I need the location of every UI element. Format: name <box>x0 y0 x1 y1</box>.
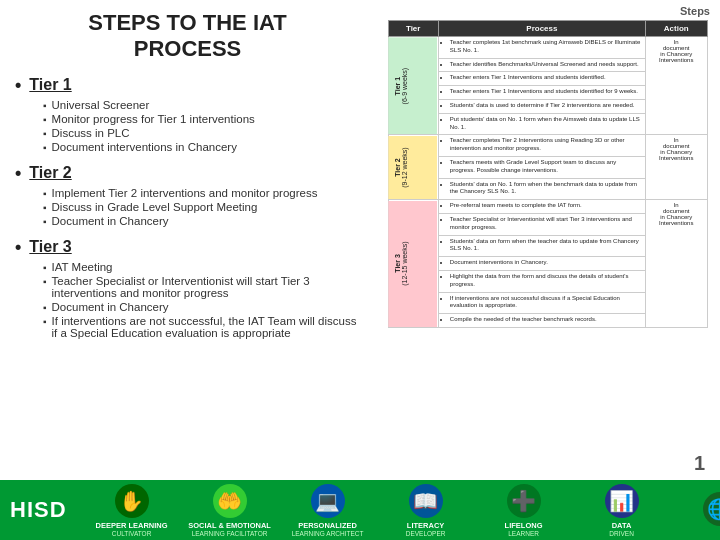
footer: HISD ✋ DEEPER LEARNING CULTIVATOR 🤲 SOCI… <box>0 480 720 540</box>
tier3-process-4: Document interventions in Chancery. <box>438 257 645 271</box>
footer-label-deeper-learning: DEEPER LEARNING <box>96 521 168 530</box>
footer-item-lifelong: ➕ LIFELONG LEARNER <box>479 483 569 537</box>
list-item: IAT Meeting <box>43 261 360 273</box>
footer-item-literacy: 📖 LITERACY DEVELOPER <box>381 483 471 537</box>
tier1-process-5: Students' data is used to determine if T… <box>438 99 645 113</box>
left-panel: STEPS TO THE IAT PROCESS • Tier 1 Univer… <box>0 0 375 540</box>
title-line1: STEPS TO THE IAT <box>88 10 286 35</box>
col-header-action: Action <box>645 21 707 37</box>
title-block: STEPS TO THE IAT PROCESS <box>15 10 360 63</box>
list-item: If interventions are not successful, the… <box>43 315 360 339</box>
footer-sublabel-social-emotional: LEARNING FACILITATOR <box>192 530 268 537</box>
tier2-table-label: Tier 2(9-12 weeks) <box>388 135 438 200</box>
footer-item-personalized: 💻 PERSONALIZED LEARNING ARCHITECT <box>283 483 373 537</box>
footer-logo: HISD <box>10 497 77 523</box>
tier1-process-4: Teacher enters Tier 1 Interventions and … <box>438 86 645 100</box>
list-item: Implement Tier 2 interventions and monit… <box>43 187 360 199</box>
social-emotional-icon: 🤲 <box>212 483 248 519</box>
tier3-process-5: Highlight the data from the form and dis… <box>438 270 645 292</box>
table-row: Tier 3(12-15 weeks) Pre-referral team me… <box>388 200 707 214</box>
tier3-table-label: Tier 3(12-15 weeks) <box>388 200 438 328</box>
footer-label-data-driven: DATA <box>612 521 632 530</box>
tier1-list: Universal Screener Monitor progress for … <box>43 99 360 153</box>
tier1-process-3: Teacher enters Tier 1 Interventions and … <box>438 72 645 86</box>
personalized-learning-icon: 💻 <box>310 483 346 519</box>
tier3-process-7: Compile the needed of the teacher benchm… <box>438 314 645 328</box>
title-line2: PROCESS <box>134 36 242 61</box>
list-item: Teacher Specialist or Interventionist wi… <box>43 275 360 299</box>
steps-table: Tier Process Action Tier 1(6-9 weeks) Te… <box>388 20 708 328</box>
footer-items: ✋ DEEPER LEARNING CULTIVATOR 🤲 SOCIAL & … <box>87 483 720 537</box>
page-number: 1 <box>694 452 705 475</box>
table-row: Tier 2(9-12 weeks) Teacher completes Tie… <box>388 135 707 157</box>
list-item: Monitor progress for Tier 1 intervention… <box>43 113 360 125</box>
literacy-icon: 📖 <box>408 483 444 519</box>
tier3-process-6: If interventions are not successful disc… <box>438 292 645 314</box>
tier3-list: IAT Meeting Teacher Specialist or Interv… <box>43 261 360 339</box>
footer-label-social-emotional: SOCIAL & EMOTIONAL <box>188 521 271 530</box>
list-item: Universal Screener <box>43 99 360 111</box>
tier2-list: Implement Tier 2 interventions and monit… <box>43 187 360 227</box>
list-item: Document in Chancery <box>43 215 360 227</box>
footer-item-data-driven: 📊 DATA DRIVEN <box>577 483 667 537</box>
tier1-table-label: Tier 1(6-9 weeks) <box>388 37 438 135</box>
tier3-heading: • Tier 3 <box>15 237 360 258</box>
tier2-process-3: Students' data on No. 1 form when the be… <box>438 178 645 200</box>
list-item: Document in Chancery <box>43 301 360 313</box>
globe-icon: 🌐 <box>702 491 720 527</box>
tier1-action: Indocumentin ChanceryInterventions <box>645 37 707 135</box>
tier3-action: Indocumentin ChanceryInterventions <box>645 200 707 328</box>
footer-item-globe: 🌐 <box>675 491 720 529</box>
footer-sublabel-literacy: DEVELOPER <box>406 530 446 537</box>
tier2-action: Indocumentin ChanceryInterventions <box>645 135 707 200</box>
tier3-bullet: • <box>15 237 21 258</box>
footer-sublabel-data-driven: DRIVEN <box>609 530 634 537</box>
tier1-process-2: Teacher identifies Benchmarks/Universal … <box>438 58 645 72</box>
tier3-process-1: Pre-referral team meets to complete the … <box>438 200 645 214</box>
footer-sublabel-deeper-learning: CULTIVATOR <box>112 530 152 537</box>
deeper-learning-icon: ✋ <box>114 483 150 519</box>
tier3-section: • Tier 3 IAT Meeting Teacher Specialist … <box>15 237 360 339</box>
footer-item-deeper-learning: ✋ DEEPER LEARNING CULTIVATOR <box>87 483 177 537</box>
tier3-label: Tier 3 <box>29 238 71 256</box>
lifelong-learner-icon: ➕ <box>506 483 542 519</box>
footer-item-social-emotional: 🤲 SOCIAL & EMOTIONAL LEARNING FACILITATO… <box>185 483 275 537</box>
tier3-process-3: Students' data on form when the teacher … <box>438 235 645 257</box>
footer-sublabel-lifelong: LEARNER <box>508 530 539 537</box>
list-item: Discuss in Grade Level Support Meeting <box>43 201 360 213</box>
table-row: Tier 1(6-9 weeks) Teacher completes 1st … <box>388 37 707 59</box>
tier2-bullet: • <box>15 163 21 184</box>
tier2-process-2: Teachers meets with Grade Level Support … <box>438 156 645 178</box>
col-header-process: Process <box>438 21 645 37</box>
hisd-logo-text: HISD <box>10 497 67 523</box>
footer-label-literacy: LITERACY <box>407 521 445 530</box>
right-panel: Steps Tier Process Action Tier 1(6-9 wee… <box>375 0 720 480</box>
footer-sublabel-personalized: LEARNING ARCHITECT <box>292 530 364 537</box>
tier2-label: Tier 2 <box>29 164 71 182</box>
content-list: • Tier 1 Universal Screener Monitor prog… <box>15 75 360 540</box>
tier1-section: • Tier 1 Universal Screener Monitor prog… <box>15 75 360 153</box>
tier2-section: • Tier 2 Implement Tier 2 interventions … <box>15 163 360 227</box>
tier1-process-1: Teacher completes 1st benchmark using Ai… <box>438 37 645 59</box>
list-item: Document interventions in Chancery <box>43 141 360 153</box>
tier1-heading: • Tier 1 <box>15 75 360 96</box>
tier1-bullet: • <box>15 75 21 96</box>
data-driven-icon: 📊 <box>604 483 640 519</box>
list-item: Discuss in PLC <box>43 127 360 139</box>
tier1-process-6: Put students' data on No. 1 form when th… <box>438 113 645 135</box>
tier1-label: Tier 1 <box>29 76 71 94</box>
footer-label-lifelong: LIFELONG <box>505 521 543 530</box>
steps-label: Steps <box>375 0 720 20</box>
col-header-tier: Tier <box>388 21 438 37</box>
page-title: STEPS TO THE IAT PROCESS <box>15 10 360 63</box>
tier3-process-2: Teacher Specialist or Interventionist wi… <box>438 213 645 235</box>
tier2-process-1: Teacher completes Tier 2 Interventions u… <box>438 135 645 157</box>
tier2-heading: • Tier 2 <box>15 163 360 184</box>
footer-label-personalized: PERSONALIZED <box>298 521 357 530</box>
